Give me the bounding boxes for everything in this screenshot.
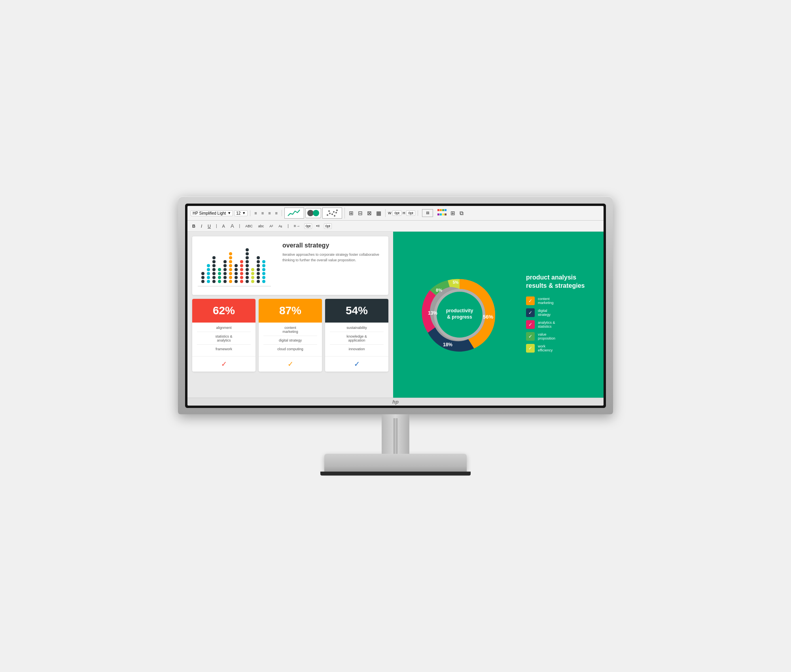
toolbar-row1: HP Simplified Light ▼ 12 ▼ ≡ ≡ ≡ ≡ — [187, 206, 604, 221]
svg-point-59 — [246, 260, 249, 263]
copy-button[interactable]: ⧉ — [458, 209, 465, 217]
svg-point-35 — [229, 280, 232, 283]
table-style2-button[interactable]: ⊟ — [356, 209, 364, 217]
abc-lower-button[interactable]: abc — [257, 224, 266, 228]
spacing-input1[interactable]: 0pt — [304, 223, 312, 229]
svg-text:18%: 18% — [443, 342, 452, 347]
align-center-button[interactable]: ≡ — [260, 210, 265, 216]
stat-percent-62: 62% — [197, 304, 251, 317]
italic-button[interactable]: I — [199, 223, 204, 229]
width-input[interactable]: 0pt — [392, 210, 401, 216]
list-indent-button[interactable]: ≡→ — [292, 223, 302, 229]
svg-point-15 — [207, 272, 210, 275]
bold-button[interactable]: B — [191, 223, 197, 229]
legend-label-analytics-statistics: analytics &statistics — [538, 321, 555, 328]
svg-point-12 — [201, 272, 204, 275]
monitor-stand — [158, 414, 633, 476]
align-right-button[interactable]: ≡ — [267, 210, 272, 216]
svg-point-31 — [223, 272, 227, 275]
table-insert-button[interactable]: ⊞ — [449, 209, 457, 217]
svg-point-72 — [257, 260, 260, 263]
bar-chart-button[interactable]: ▦ — [375, 209, 383, 217]
stat-body-87: contentmarketing digital strategy cloud … — [259, 323, 322, 356]
svg-point-20 — [212, 272, 216, 275]
stat-header-87: 87% — [259, 299, 322, 323]
stand-base-bottom — [320, 472, 471, 476]
legend-label-digital-strategy: digitalstrategy — [538, 309, 551, 317]
underline-button[interactable]: U — [206, 223, 212, 229]
abc-button[interactable]: ABC — [244, 224, 254, 228]
font-color-A2[interactable]: A — [229, 223, 236, 229]
stat-item-framework: framework — [197, 347, 251, 353]
check-icon-red: ✓ — [221, 360, 227, 368]
align-justify-button[interactable]: ≡ — [274, 210, 279, 216]
table-style3-button[interactable]: ⊠ — [365, 209, 373, 217]
monitor-wrapper: HP Simplified Light ▼ 12 ▼ ≡ ≡ ≡ ≡ — [158, 196, 633, 476]
svg-point-8 — [336, 210, 338, 211]
color-grid-icon — [437, 209, 446, 217]
stat-item-digital-strategy: digital strategy — [263, 338, 317, 345]
svg-text:& progress: & progress — [447, 314, 472, 320]
stat-item-content-marketing: contentmarketing — [263, 326, 317, 336]
stat-percent-54: 54% — [330, 304, 384, 317]
stat-body-62: alignment statistics &analytics framewor… — [192, 323, 255, 356]
svg-point-70 — [257, 268, 260, 271]
legend-badge-analytics-statistics: ✓ — [526, 320, 535, 329]
stat-footer-54: ✓ — [325, 356, 388, 372]
svg-point-67 — [257, 280, 260, 283]
stand-neck-bar — [394, 418, 397, 454]
svg-point-73 — [257, 256, 260, 259]
height-input[interactable]: 0pt — [406, 210, 415, 216]
svg-point-63 — [251, 280, 254, 283]
spacing-input2[interactable]: 0pt — [324, 223, 332, 229]
svg-point-5 — [331, 213, 333, 215]
align-left-button[interactable]: ≡ — [253, 210, 258, 216]
svg-point-33 — [223, 264, 227, 267]
svg-point-7 — [335, 212, 337, 213]
svg-text:13%: 13% — [428, 310, 437, 316]
svg-point-78 — [262, 264, 265, 267]
picture-button[interactable]: 🖼 — [420, 208, 435, 218]
font-color-A[interactable]: A — [221, 223, 227, 229]
svg-point-68 — [257, 276, 260, 279]
svg-point-1 — [313, 210, 319, 216]
svg-point-27 — [218, 272, 221, 275]
check-icon-blue: ✓ — [354, 360, 360, 368]
svg-point-2 — [327, 214, 328, 216]
svg-point-21 — [212, 268, 216, 271]
svg-point-57 — [246, 268, 249, 271]
toggle-icon[interactable] — [305, 208, 321, 218]
color-grid-button[interactable] — [436, 208, 448, 218]
superscript-button[interactable]: A² — [268, 224, 274, 228]
subscript-button[interactable]: A₂ — [277, 224, 284, 228]
strategy-card: overall strategy Iterative approaches to… — [192, 236, 388, 295]
scatter-chart-icon[interactable] — [322, 208, 342, 219]
line-chart-icon[interactable] — [284, 208, 304, 219]
legend-item-content-marketing: ✓ contentmarketing — [526, 296, 597, 305]
svg-point-9 — [334, 215, 335, 217]
svg-point-4 — [328, 210, 330, 212]
stat-card-87: 87% contentmarketing digital strategy cl… — [259, 299, 322, 372]
donut-section: productivity & progress 56% 18% 13% 8% 5… — [399, 238, 520, 391]
svg-point-11 — [201, 276, 204, 279]
svg-point-61 — [246, 252, 249, 255]
svg-point-65 — [251, 272, 254, 275]
table-style1-button[interactable]: ⊞ — [347, 209, 355, 217]
font-size-select[interactable]: 12 ▼ — [234, 210, 248, 216]
font-name-select[interactable]: HP Simplified Light ▼ — [191, 210, 233, 216]
list-bullet-button[interactable]: •≡ — [314, 223, 321, 229]
font-size-dropdown-icon[interactable]: ▼ — [242, 211, 246, 215]
svg-point-77 — [262, 268, 265, 271]
strategy-text: overall strategy Iterative approaches to… — [282, 242, 383, 289]
svg-point-38 — [229, 268, 232, 271]
screen-bezel: HP Simplified Light ▼ 12 ▼ ≡ ≡ ≡ ≡ — [185, 204, 606, 408]
svg-point-41 — [229, 256, 232, 259]
font-dropdown-icon[interactable]: ▼ — [227, 211, 231, 215]
svg-point-49 — [240, 276, 243, 279]
svg-point-22 — [212, 264, 216, 267]
svg-point-13 — [207, 280, 210, 283]
svg-point-17 — [207, 264, 210, 267]
left-panel: overall strategy Iterative approaches to… — [187, 232, 393, 398]
legend-item-work-efficiency: ✓ workefficiency — [526, 344, 597, 353]
svg-point-51 — [240, 268, 243, 271]
